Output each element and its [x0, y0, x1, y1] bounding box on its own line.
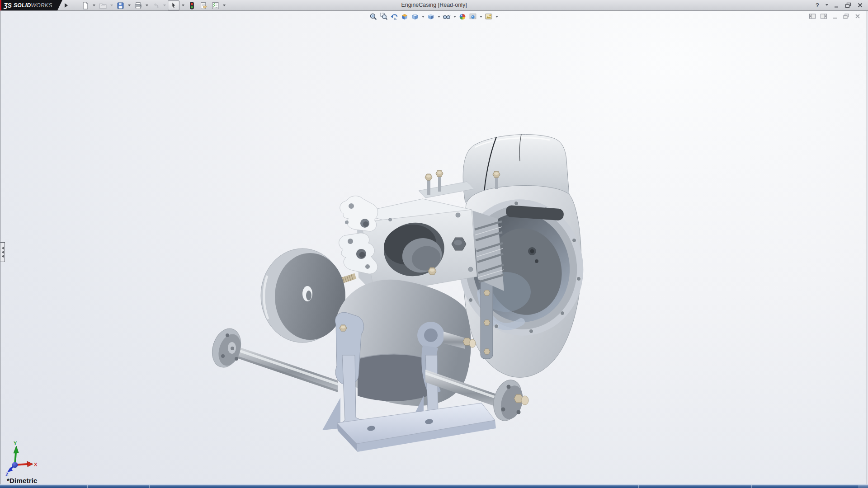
title-bar: ƷS SOLIDWORKS — [0, 0, 868, 11]
resize-grip[interactable] — [858, 485, 868, 488]
help-button[interactable]: ? — [813, 1, 822, 9]
help-dropdown[interactable] — [825, 1, 829, 9]
status-bar — [0, 484, 868, 488]
window-title: EngineCasing [Read-only] — [0, 2, 868, 8]
minimize-icon — [834, 2, 840, 8]
status-divider — [751, 485, 752, 488]
restore-icon — [845, 2, 851, 8]
status-divider — [638, 485, 639, 488]
collapse-arrow-icon — [2, 255, 4, 258]
window-controls: ? — [813, 1, 864, 9]
featuremanager-collapsed-tab[interactable] — [0, 242, 5, 262]
collapse-arrow-icon — [2, 251, 4, 253]
collapse-arrow-icon — [2, 247, 4, 249]
close-icon — [857, 2, 863, 8]
solidworks-window: ƷS SOLIDWORKS — [0, 0, 868, 488]
close-button[interactable] — [855, 1, 864, 9]
orientation-triad: Y X Z — [5, 441, 38, 477]
restore-button[interactable] — [844, 1, 853, 9]
triad-x-label: X — [34, 462, 38, 467]
triad-z-label: Z — [5, 472, 9, 477]
view-orientation-label: *Dimetric — [7, 477, 38, 484]
triad-y-arrow — [14, 446, 19, 453]
triad-origin-ball — [12, 462, 18, 468]
status-divider — [149, 485, 150, 488]
triad-y-label: Y — [14, 441, 17, 446]
engine-casing-model[interactable] — [0, 11, 868, 485]
status-divider — [87, 485, 88, 488]
minimize-button[interactable] — [832, 1, 841, 9]
triad-x-arrow — [27, 461, 33, 467]
graphics-area[interactable]: Y X Z *Dimetric — [0, 11, 867, 485]
